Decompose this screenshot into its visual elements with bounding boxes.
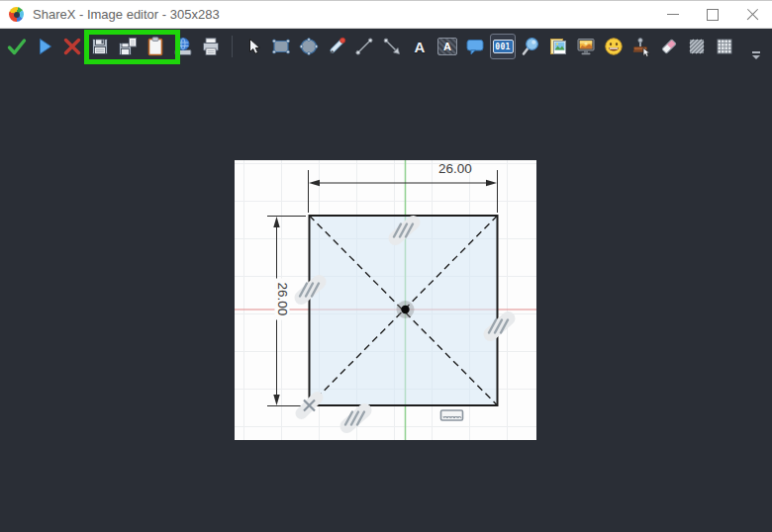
constraint-collinear-badge — [441, 410, 463, 420]
pixelate-icon — [714, 36, 735, 57]
toolbar: A A 001 — [0, 31, 739, 62]
ellipse-tool-button[interactable] — [296, 34, 322, 59]
arrow-icon — [381, 36, 403, 57]
pixelate-tool-button[interactable] — [712, 34, 737, 59]
image-file-icon — [547, 36, 569, 57]
overflow-line — [752, 51, 760, 53]
step-counter-tool-button[interactable]: 001 — [490, 34, 516, 59]
image-file-tool-button[interactable] — [545, 34, 571, 59]
eraser-icon — [658, 36, 680, 57]
check-icon — [6, 36, 28, 57]
continue-button[interactable] — [32, 34, 57, 59]
cursor-sticker-tool-button[interactable] — [628, 34, 654, 59]
print-button[interactable] — [198, 34, 224, 59]
sharex-logo-icon — [9, 7, 24, 22]
titlebar[interactable]: ShareX - Image editor - 305x283 — [0, 0, 772, 29]
text-background-tool-button[interactable]: A — [434, 34, 460, 59]
pencil-icon — [326, 36, 347, 57]
constraint-hatch-bottom — [345, 410, 365, 426]
maximize-icon — [707, 9, 719, 21]
close-button[interactable] — [732, 1, 772, 28]
emoji-tool-button[interactable] — [601, 34, 627, 59]
freehand-tool-button[interactable] — [324, 34, 349, 59]
magnifier-icon — [520, 36, 541, 57]
clipboard-icon — [145, 36, 166, 57]
printer-icon — [200, 36, 222, 57]
edited-image-canvas[interactable]: 26.00 26.00 — [235, 160, 536, 440]
text-tool-button[interactable]: A — [407, 34, 433, 59]
blur-icon — [686, 36, 708, 57]
text-background-icon: A — [437, 38, 457, 55]
dimension-label-horizontal: 26.00 — [434, 161, 477, 176]
maximize-button[interactable] — [693, 1, 732, 28]
cross-icon — [61, 36, 83, 57]
minimize-icon — [667, 14, 679, 15]
rectangle-icon — [270, 36, 292, 57]
speech-balloon-tool-button[interactable] — [462, 34, 488, 59]
origin-point — [401, 306, 409, 313]
select-tool-button[interactable] — [241, 34, 266, 59]
smiley-icon — [603, 36, 625, 57]
chevron-down-icon — [752, 55, 760, 59]
toolbar-overflow-button[interactable] — [751, 51, 761, 59]
rectangle-tool-button[interactable] — [268, 34, 294, 59]
minimize-button[interactable] — [653, 1, 693, 28]
monitor-image-icon — [575, 36, 597, 57]
line-tool-button[interactable] — [351, 34, 377, 59]
cancel-button[interactable] — [59, 34, 85, 59]
speech-balloon-icon — [464, 36, 486, 57]
dimension-label-vertical: 26.00 — [275, 279, 290, 320]
line-icon — [353, 36, 375, 57]
text-icon: A — [415, 40, 426, 54]
image-screen-tool-button[interactable] — [573, 34, 599, 59]
constraint-fix-x — [302, 398, 318, 413]
ellipse-icon — [298, 36, 320, 57]
stamp-cursor-icon — [630, 36, 652, 57]
cursor-icon — [242, 36, 264, 57]
save-as-icon — [117, 36, 139, 57]
save-button[interactable] — [87, 34, 113, 59]
window-title: ShareX - Image editor - 305x283 — [33, 7, 220, 22]
toolbar-separator — [232, 36, 233, 57]
arrow-tool-button[interactable] — [379, 34, 405, 59]
upload-button[interactable] — [170, 34, 196, 59]
blur-tool-button[interactable] — [684, 34, 710, 59]
window-controls — [653, 1, 772, 28]
accept-button[interactable] — [4, 34, 30, 59]
save-icon — [89, 36, 111, 57]
dimension-horizontal — [309, 170, 498, 213]
close-icon — [746, 8, 759, 21]
save-as-button[interactable] — [115, 34, 141, 59]
eraser-tool-button[interactable] — [656, 34, 682, 59]
play-icon — [34, 36, 55, 57]
copy-to-clipboard-button[interactable] — [143, 34, 168, 59]
step-001-icon: 001 — [493, 40, 514, 53]
magnify-tool-button[interactable] — [518, 34, 543, 59]
globe-upload-icon — [172, 36, 194, 57]
